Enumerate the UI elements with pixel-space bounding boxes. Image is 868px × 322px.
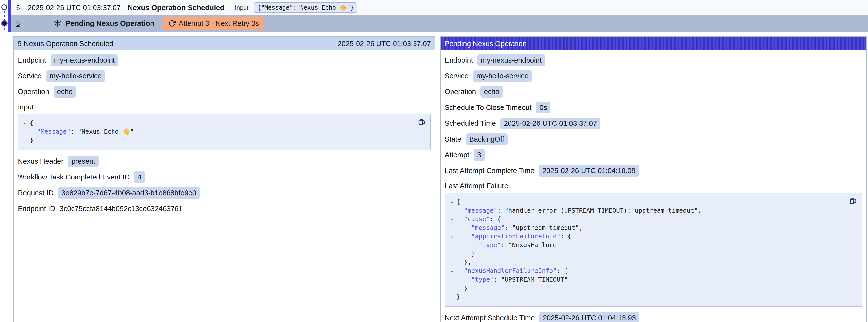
pending-id-link[interactable]: 5 <box>16 20 28 28</box>
json-value: : "NexusFailure" <box>501 240 560 249</box>
field-value-badge: 3 <box>474 149 485 161</box>
retry-attempt-badge: Attempt 3 · Next Retry 0s <box>163 17 264 30</box>
failure-section-label: Last Attempt Failure <box>444 182 862 190</box>
field-label: Request ID <box>18 189 54 197</box>
json-code-line: } <box>447 292 844 301</box>
json-key: "cause" <box>464 215 490 223</box>
json-code-line: "Message": "Nexus Echo 👋" <box>21 127 413 136</box>
field-row-next-attempt-schedule-time: Next Attempt Schedule Time2025-02-26 UTC… <box>444 310 862 322</box>
field-label: Nexus Header <box>18 157 63 165</box>
field-value-badge: 2025-02-26 UTC 01:04:13.93 <box>539 312 639 322</box>
gutter-spacer <box>447 240 457 249</box>
json-value: : "Nexus Echo 👋" <box>70 127 134 136</box>
expand-chevron-icon[interactable] <box>447 266 457 275</box>
expand-chevron-icon[interactable] <box>447 215 457 223</box>
json-code-line: "message": "upstream timeout", <box>447 223 844 232</box>
input-section-label: Input <box>18 103 431 111</box>
field-row-nexus-header: Nexus Headerpresent <box>18 153 431 169</box>
json-code-line: { <box>21 119 413 127</box>
field-row-endpoint: Endpointmy-nexus-endpoint <box>444 52 862 68</box>
field-row-last-attempt-complete-time: Last Attempt Complete Time2025-02-26 UTC… <box>444 163 862 179</box>
field-label: Operation <box>444 88 476 96</box>
json-code-line: } <box>447 249 844 258</box>
field-value-badge: 3e829b7e-7d67-4b08-aad3-b1e868bfe9e0 <box>58 187 200 199</box>
json-key: "message" <box>464 206 497 215</box>
field-row-workflow-task-completed-event-id: Workflow Task Completed Event ID4 <box>18 169 431 185</box>
event-details-panel: 5 Nexus Operation Scheduled 2025-02-26 U… <box>13 36 435 322</box>
json-value: : { <box>490 215 501 223</box>
json-value: : { <box>557 266 568 275</box>
event-details-header: 5 Nexus Operation Scheduled 2025-02-26 U… <box>14 37 435 50</box>
json-code-line: { <box>447 197 844 206</box>
field-value-badge: my-nexus-endpoint <box>51 55 118 66</box>
gutter-spacer <box>447 223 457 232</box>
field-value-link[interactable]: 3c0c75ccfa8144b092c13ce632463761 <box>60 205 183 213</box>
input-json-block: {"Message": "Nexus Echo 👋"} <box>18 114 431 151</box>
timeline-node-current-icon <box>2 21 7 26</box>
timeline-active-bar <box>8 0 11 32</box>
field-label: State <box>444 135 461 143</box>
field-label: Scheduled Time <box>444 119 496 127</box>
json-code-line: "cause": { <box>447 215 844 223</box>
event-history-screen: 5 2025-02-26 UTC 01:03:37.07 Nexus Opera… <box>0 0 868 322</box>
json-code-line: "type": "NexusFailure" <box>447 240 844 249</box>
field-label: Schedule To Close Timeout <box>444 103 532 112</box>
pending-operation-body: Endpointmy-nexus-endpointServicemy-hello… <box>441 50 866 322</box>
field-value-badge: 2025-02-26 UTC 01:03:37.07 <box>500 118 600 129</box>
field-label: Attempt <box>444 151 469 159</box>
json-key: "applicationFailureInfo" <box>471 232 560 240</box>
event-row-pending[interactable]: 5 Pending Nexus Operation Attempt 3 · Ne… <box>11 15 868 32</box>
json-key: "nexusHandlerFailureInfo" <box>464 266 557 275</box>
event-input-badge[interactable]: {"Message":"Nexus Echo 👋"} <box>254 2 357 13</box>
json-key: "type" <box>479 240 501 249</box>
failure-json-block: {"message": "handler error (UPSTREAM_TIM… <box>444 193 862 307</box>
field-row-attempt: Attempt3 <box>444 147 862 163</box>
copy-button[interactable] <box>848 196 858 205</box>
field-value-badge: echo <box>480 86 503 98</box>
json-code-line: } <box>447 284 844 292</box>
field-label: Service <box>18 72 42 80</box>
gutter-spacer <box>447 275 457 284</box>
json-value: : "upstream timeout", <box>504 223 583 232</box>
expand-chevron-icon[interactable] <box>21 119 30 127</box>
field-label: Endpoint <box>18 56 46 64</box>
event-details-timestamp: 2025-02-26 UTC 01:03:37.07 <box>338 40 431 48</box>
gutter-spacer <box>447 284 457 292</box>
pending-operation-title: Pending Nexus Operation <box>444 40 527 48</box>
gutter-spacer <box>447 206 457 215</box>
json-value: } <box>457 292 460 301</box>
field-label: Workflow Task Completed Event ID <box>18 173 129 181</box>
event-row-scheduled[interactable]: 5 2025-02-26 UTC 01:03:37.07 Nexus Opera… <box>11 0 868 15</box>
json-code-line: "applicationFailureInfo": { <box>447 232 844 240</box>
json-value: { <box>457 197 460 206</box>
field-row-endpoint: Endpointmy-nexus-endpoint <box>18 52 431 68</box>
pending-operation-panel: Pending Nexus Operation Endpointmy-nexus… <box>440 36 867 322</box>
field-value-badge: 0s <box>536 102 551 114</box>
field-row-schedule-to-close-timeout: Schedule To Close Timeout0s <box>444 100 862 116</box>
json-key: "type" <box>471 275 493 284</box>
json-key: "Message" <box>37 127 70 136</box>
pending-name: Pending Nexus Operation <box>66 19 154 28</box>
expand-chevron-icon[interactable] <box>447 232 457 240</box>
json-value: } <box>30 136 33 144</box>
copy-button[interactable] <box>417 117 426 127</box>
field-value-badge: BackingOff <box>466 133 507 145</box>
expand-chevron-icon[interactable] <box>447 197 457 206</box>
json-code-line: "type": "UPSTREAM_TIMEOUT" <box>447 275 844 284</box>
field-row-service: Servicemy-hello-service <box>18 68 431 84</box>
field-row-service: Servicemy-hello-service <box>444 68 862 84</box>
json-value: : "handler error (UPSTREAM_TIMEOUT): ups… <box>497 206 702 215</box>
field-row-endpoint-id: Endpoint ID3c0c75ccfa8144b092c13ce632463… <box>18 201 431 217</box>
field-label: Operation <box>18 88 49 96</box>
field-row-state: StateBackingOff <box>444 131 862 147</box>
field-value-badge: echo <box>54 86 76 98</box>
pending-asterisk-icon <box>53 19 62 28</box>
event-id-link[interactable]: 5 <box>16 4 28 12</box>
json-code-line: "nexusHandlerFailureInfo": { <box>447 266 844 275</box>
json-value: : { <box>560 232 571 240</box>
field-value-badge: my-hello-service <box>473 70 532 82</box>
field-label: Next Attempt Schedule Time <box>444 314 535 322</box>
field-value-badge: my-hello-service <box>46 70 105 82</box>
event-details-title: 5 Nexus Operation Scheduled <box>18 40 113 48</box>
field-value-badge: 2025-02-26 UTC 01:04:10.09 <box>539 165 639 176</box>
